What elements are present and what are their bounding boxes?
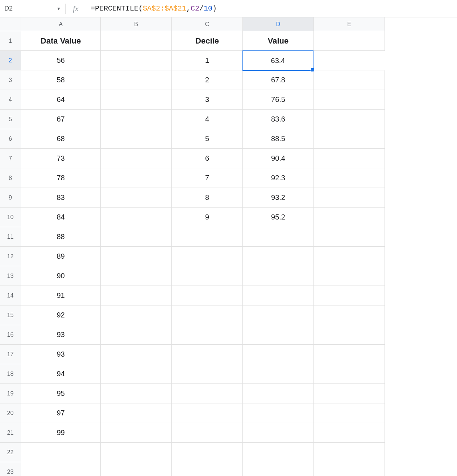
cell-A11[interactable]: 88 [21, 227, 101, 247]
cell-C18[interactable] [172, 364, 243, 384]
formula-input[interactable]: =PERCENTILE($A$2:$A$21, C2/10) [86, 0, 457, 17]
cell-A3[interactable]: 58 [21, 70, 101, 90]
cell-C17[interactable] [172, 345, 243, 364]
fx-icon[interactable]: fx [66, 4, 86, 13]
col-header-E[interactable]: E [314, 17, 385, 31]
cell-D2[interactable]: 63.4 [242, 50, 313, 71]
select-all-corner[interactable] [0, 17, 21, 31]
cell-D6[interactable]: 88.5 [243, 129, 314, 149]
cell-C11[interactable] [172, 227, 243, 247]
row-header-15[interactable]: 15 [0, 305, 21, 325]
row-header-19[interactable]: 19 [0, 384, 21, 403]
cell-D7[interactable]: 90.4 [243, 149, 314, 168]
cell-C22[interactable] [172, 443, 243, 462]
cell-A12[interactable]: 89 [21, 247, 101, 266]
cell-A16[interactable]: 93 [21, 325, 101, 345]
cell-B7[interactable] [101, 149, 172, 168]
row-header-21[interactable]: 21 [0, 423, 21, 443]
row-header-1[interactable]: 1 [0, 31, 21, 51]
cell-B8[interactable] [101, 168, 172, 188]
row-header-16[interactable]: 16 [0, 325, 21, 345]
cell-E15[interactable] [314, 305, 385, 325]
cell-C10[interactable]: 9 [172, 208, 243, 227]
cell-E21[interactable] [314, 423, 385, 443]
dropdown-arrow-icon[interactable]: ▼ [57, 6, 61, 11]
cell-E8[interactable] [314, 168, 385, 188]
cell-B17[interactable] [101, 345, 172, 364]
cell-B5[interactable] [101, 110, 172, 129]
cell-A4[interactable]: 64 [21, 90, 101, 110]
row-header-18[interactable]: 18 [0, 364, 21, 384]
cell-E10[interactable] [314, 208, 385, 227]
cell-B4[interactable] [101, 90, 172, 110]
row-header-20[interactable]: 20 [0, 403, 21, 423]
cell-C7[interactable]: 6 [172, 149, 243, 168]
name-box[interactable]: D2 ▼ [0, 0, 65, 17]
cell-D4[interactable]: 76.5 [243, 90, 314, 110]
cell-B2[interactable] [101, 51, 172, 70]
cell-E11[interactable] [314, 227, 385, 247]
cell-E23[interactable] [314, 462, 385, 476]
cell-E16[interactable] [314, 325, 385, 345]
cell-A13[interactable]: 90 [21, 266, 101, 286]
cell-D10[interactable]: 95.2 [243, 208, 314, 227]
col-header-D[interactable]: D [243, 17, 314, 31]
cell-E14[interactable] [314, 286, 385, 305]
cell-E22[interactable] [314, 443, 385, 462]
cell-B9[interactable] [101, 188, 172, 208]
row-header-5[interactable]: 5 [0, 110, 21, 129]
cell-E20[interactable] [314, 403, 385, 423]
row-header-2[interactable]: 2 [0, 51, 21, 70]
cell-D15[interactable] [243, 305, 314, 325]
cell-D13[interactable] [243, 266, 314, 286]
cell-B3[interactable] [101, 70, 172, 90]
col-header-B[interactable]: B [101, 17, 172, 31]
cell-B12[interactable] [101, 247, 172, 266]
cell-C23[interactable] [172, 462, 243, 476]
row-header-13[interactable]: 13 [0, 266, 21, 286]
cell-A21[interactable]: 99 [21, 423, 101, 443]
cell-C12[interactable] [172, 247, 243, 266]
cell-D8[interactable]: 92.3 [243, 168, 314, 188]
cell-E12[interactable] [314, 247, 385, 266]
cell-C1[interactable]: Decile [172, 31, 243, 51]
cell-B13[interactable] [101, 266, 172, 286]
cell-D12[interactable] [243, 247, 314, 266]
cell-E18[interactable] [314, 364, 385, 384]
row-header-14[interactable]: 14 [0, 286, 21, 305]
cell-C16[interactable] [172, 325, 243, 345]
cell-E2[interactable] [313, 51, 384, 70]
row-header-23[interactable]: 23 [0, 462, 21, 476]
row-header-22[interactable]: 22 [0, 443, 21, 462]
cell-E19[interactable] [314, 384, 385, 403]
cell-A15[interactable]: 92 [21, 305, 101, 325]
cell-E9[interactable] [314, 188, 385, 208]
cell-C14[interactable] [172, 286, 243, 305]
row-header-4[interactable]: 4 [0, 90, 21, 110]
cell-D23[interactable] [243, 462, 314, 476]
row-header-3[interactable]: 3 [0, 70, 21, 90]
cell-D16[interactable] [243, 325, 314, 345]
cell-D18[interactable] [243, 364, 314, 384]
cell-A19[interactable]: 95 [21, 384, 101, 403]
cell-C2[interactable]: 1 [172, 51, 243, 70]
cell-C8[interactable]: 7 [172, 168, 243, 188]
cell-A22[interactable] [21, 443, 101, 462]
cell-D3[interactable]: 67.8 [243, 70, 314, 90]
cell-A9[interactable]: 83 [21, 188, 101, 208]
cell-B23[interactable] [101, 462, 172, 476]
cell-A7[interactable]: 73 [21, 149, 101, 168]
cell-C3[interactable]: 2 [172, 70, 243, 90]
cell-B1[interactable] [101, 31, 172, 51]
cell-A10[interactable]: 84 [21, 208, 101, 227]
cell-C6[interactable]: 5 [172, 129, 243, 149]
cell-A18[interactable]: 94 [21, 364, 101, 384]
row-header-10[interactable]: 10 [0, 208, 21, 227]
cell-B10[interactable] [101, 208, 172, 227]
cell-B6[interactable] [101, 129, 172, 149]
cell-E13[interactable] [314, 266, 385, 286]
cell-C9[interactable]: 8 [172, 188, 243, 208]
cell-B21[interactable] [101, 423, 172, 443]
cell-D17[interactable] [243, 345, 314, 364]
cell-B14[interactable] [101, 286, 172, 305]
